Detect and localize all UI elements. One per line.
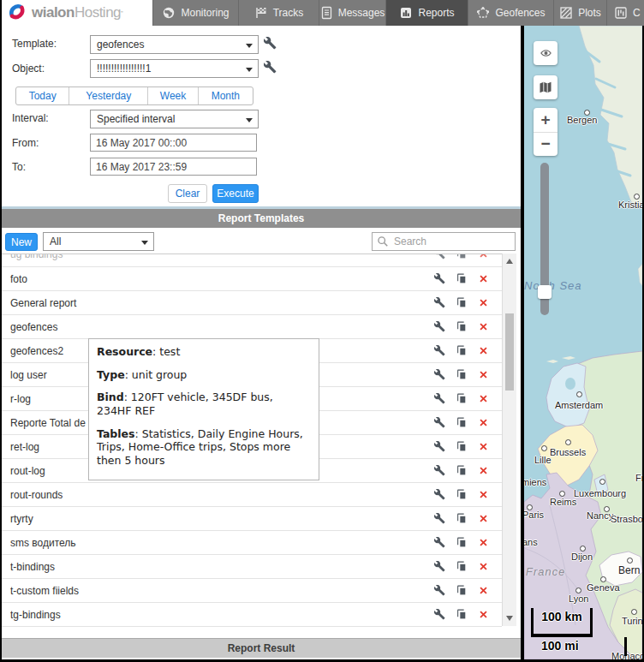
- today-button[interactable]: Today: [16, 87, 69, 104]
- from-input[interactable]: [90, 134, 257, 152]
- delete-icon[interactable]: [479, 562, 488, 571]
- copy-icon[interactable]: [456, 537, 468, 548]
- tab-dashboard-partial[interactable]: C: [606, 0, 644, 26]
- edit-wrench-icon[interactable]: [434, 561, 445, 572]
- template-row[interactable]: General report: [2, 291, 502, 315]
- edit-wrench-icon[interactable]: [434, 609, 445, 620]
- tab-dashboard-label: C: [633, 7, 641, 19]
- delete-icon[interactable]: [479, 610, 488, 619]
- yesterday-button[interactable]: Yesterday: [69, 87, 147, 104]
- map-panel[interactable]: North Sea France Bergen Kristian Amsterd…: [524, 26, 642, 659]
- template-settings-wrench-icon[interactable]: [264, 37, 277, 50]
- copy-icon[interactable]: [456, 417, 468, 428]
- scroll-down-icon[interactable]: [506, 616, 513, 621]
- visibility-eye-button[interactable]: [534, 41, 558, 65]
- template-name: General report: [10, 297, 434, 309]
- month-button[interactable]: Month: [198, 87, 253, 104]
- copy-icon[interactable]: [456, 345, 468, 356]
- copy-icon[interactable]: [456, 393, 468, 404]
- copy-icon[interactable]: [456, 465, 468, 476]
- search-input[interactable]: [392, 235, 507, 248]
- delete-icon[interactable]: [479, 254, 488, 259]
- new-template-button[interactable]: New: [5, 233, 38, 251]
- tab-messages[interactable]: Messages: [319, 0, 385, 26]
- edit-wrench-icon[interactable]: [434, 297, 445, 308]
- edit-wrench-icon[interactable]: [434, 254, 445, 259]
- edit-wrench-icon[interactable]: [434, 441, 445, 452]
- reports-icon: [399, 6, 413, 20]
- delete-icon[interactable]: [479, 298, 488, 307]
- delete-icon[interactable]: [479, 394, 488, 403]
- template-row[interactable]: tg-bindings: [2, 603, 502, 627]
- zoom-slider-thumb[interactable]: [538, 285, 552, 299]
- template-row[interactable]: foto: [2, 267, 502, 291]
- copy-icon[interactable]: [456, 254, 468, 259]
- template-row[interactable]: t-bindings: [2, 555, 502, 579]
- edit-wrench-icon[interactable]: [434, 513, 445, 524]
- template-row[interactable]: rout-rounds: [2, 483, 502, 507]
- delete-icon[interactable]: [479, 514, 488, 523]
- tab-geofences[interactable]: Geofences: [468, 0, 553, 26]
- edit-wrench-icon[interactable]: [434, 585, 445, 596]
- template-row[interactable]: rtyrty: [2, 507, 502, 531]
- clear-button[interactable]: Clear: [168, 184, 207, 203]
- zoom-out-button[interactable]: −: [534, 133, 558, 157]
- edit-wrench-icon[interactable]: [434, 465, 445, 476]
- brand-logo[interactable]: wialonHosting”: [2, 0, 152, 26]
- template-name: foto: [10, 273, 434, 285]
- edit-wrench-icon[interactable]: [434, 345, 445, 356]
- template-row[interactable]: sms водитель: [2, 531, 502, 555]
- filter-select[interactable]: All: [43, 232, 154, 251]
- delete-icon[interactable]: [479, 346, 488, 355]
- copy-icon[interactable]: [456, 441, 468, 452]
- delete-icon[interactable]: [479, 466, 488, 475]
- edit-wrench-icon[interactable]: [434, 393, 445, 404]
- zoom-in-button[interactable]: +: [534, 108, 558, 133]
- interval-select[interactable]: Specified interval: [90, 110, 259, 128]
- copy-icon[interactable]: [456, 489, 468, 500]
- copy-icon[interactable]: [456, 273, 468, 284]
- template-row[interactable]: geofences: [2, 315, 502, 339]
- object-settings-wrench-icon[interactable]: [264, 61, 277, 74]
- copy-icon[interactable]: [456, 297, 468, 308]
- city-label: Fr: [635, 473, 642, 483]
- edit-wrench-icon[interactable]: [434, 321, 445, 332]
- object-select[interactable]: !!!!!!!!!!!!!!!!!1: [90, 59, 259, 78]
- copy-icon[interactable]: [456, 369, 468, 380]
- scroll-up-icon[interactable]: [506, 259, 513, 264]
- template-select[interactable]: geofences: [90, 35, 259, 54]
- tab-monitoring[interactable]: Monitoring: [152, 0, 238, 26]
- copy-icon[interactable]: [456, 561, 468, 572]
- edit-wrench-icon[interactable]: [434, 417, 445, 428]
- delete-icon[interactable]: [479, 442, 488, 451]
- copy-icon[interactable]: [456, 321, 468, 332]
- template-row[interactable]: t-custom fiields: [2, 579, 502, 603]
- list-scrollbar[interactable]: [502, 253, 516, 626]
- copy-icon[interactable]: [456, 609, 468, 620]
- delete-icon[interactable]: [479, 418, 488, 427]
- week-button[interactable]: Week: [147, 87, 197, 104]
- delete-icon[interactable]: [479, 586, 488, 595]
- city-label: Lille: [534, 455, 552, 465]
- delete-icon[interactable]: [479, 322, 488, 331]
- plots-icon: [559, 6, 573, 20]
- copy-icon[interactable]: [456, 585, 468, 596]
- delete-icon[interactable]: [479, 274, 488, 283]
- tab-reports[interactable]: Reports: [385, 0, 468, 26]
- edit-wrench-icon[interactable]: [434, 489, 445, 500]
- template-row[interactable]: ug bindings: [2, 254, 502, 267]
- scrollbar-thumb[interactable]: [505, 313, 514, 391]
- to-input[interactable]: [90, 158, 257, 176]
- delete-icon[interactable]: [479, 538, 488, 547]
- copy-icon[interactable]: [456, 513, 468, 524]
- edit-wrench-icon[interactable]: [434, 369, 445, 380]
- delete-icon[interactable]: [479, 370, 488, 379]
- tab-plots[interactable]: Plots: [553, 0, 606, 26]
- delete-icon[interactable]: [479, 490, 488, 499]
- tab-tracks[interactable]: Tracks: [238, 0, 319, 26]
- edit-wrench-icon[interactable]: [434, 537, 445, 548]
- interval-select-value: Specified interval: [97, 113, 175, 125]
- map-source-button[interactable]: [534, 75, 558, 99]
- execute-button[interactable]: Execute: [212, 184, 259, 203]
- edit-wrench-icon[interactable]: [434, 273, 445, 284]
